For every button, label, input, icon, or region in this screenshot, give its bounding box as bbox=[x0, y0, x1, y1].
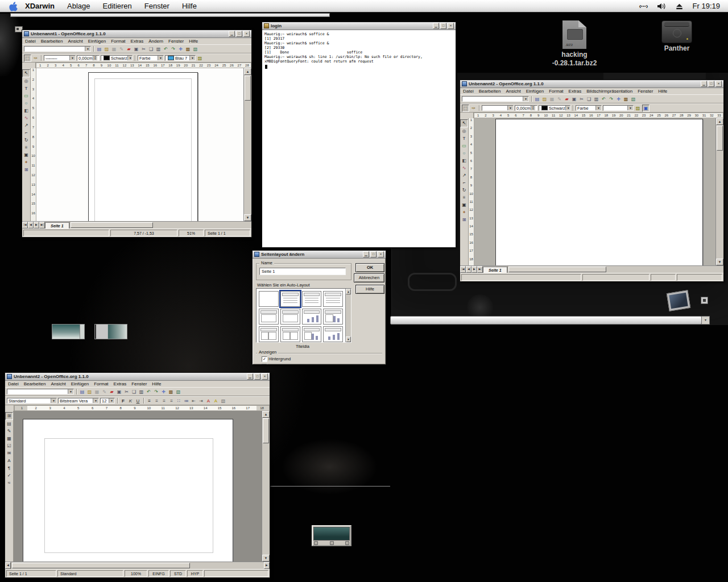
paste-icon[interactable]: ▥ bbox=[138, 389, 144, 395]
impress-titlebar[interactable]: Unbenannt2 - OpenOffice.org 1.1.0 ▁ □ × bbox=[460, 80, 723, 88]
new-document-icon[interactable]: ▤ bbox=[96, 46, 102, 52]
menu-item[interactable]: Bearbeiten bbox=[479, 89, 501, 94]
arrange-tool-icon[interactable]: ▣ bbox=[461, 202, 468, 209]
cancel-button[interactable]: Abbrechen bbox=[354, 273, 384, 282]
menu-item[interactable]: Einfügen bbox=[71, 381, 89, 386]
insert-fields-icon[interactable]: ▤ bbox=[6, 421, 13, 427]
background-objects-checkbox[interactable]: ✓ bbox=[262, 364, 267, 364]
undo-icon[interactable]: ↶ bbox=[601, 96, 607, 102]
menu-item[interactable]: Format bbox=[94, 381, 108, 386]
prev-page-button[interactable]: ◀ bbox=[466, 266, 471, 273]
draw-page[interactable] bbox=[88, 72, 198, 221]
menubar-clock[interactable]: Fr 19:19 bbox=[693, 2, 720, 10]
menu-item[interactable]: Fenster bbox=[131, 381, 147, 386]
insert-tool-icon[interactable]: ⊞ bbox=[461, 217, 468, 223]
writer-titlebar[interactable]: Unbenannt2 - OpenOffice.org 1.1.0 ▁ □ × bbox=[5, 373, 270, 381]
font-name-combobox[interactable]: Bitstream Vera▼ bbox=[58, 398, 99, 404]
align-center-icon[interactable]: ≡ bbox=[154, 398, 160, 404]
writer-horizontal-ruler[interactable]: 123456789101112131415161718 bbox=[14, 405, 270, 411]
edit-file-disabled-icon[interactable]: ✎ bbox=[556, 96, 562, 102]
menu-item[interactable]: Fenster bbox=[168, 39, 184, 44]
hyperlink-dialog-icon[interactable]: ▧ bbox=[630, 96, 636, 102]
attributes-icon[interactable]: ✑ bbox=[470, 105, 477, 111]
writer-horizontal-scrollbar[interactable] bbox=[11, 562, 264, 569]
scrollbar-thumb[interactable] bbox=[717, 126, 723, 151]
layout-grid[interactable] bbox=[256, 288, 351, 343]
fill-style-combobox[interactable]: Farbe▼ bbox=[576, 105, 602, 111]
combo-arrow-icon[interactable]: ▼ bbox=[68, 389, 73, 394]
layout-thumbnail-3[interactable] bbox=[302, 291, 322, 307]
menu-item[interactable]: Hilfe bbox=[189, 39, 198, 44]
impress-vertical-ruler[interactable]: 123456789101112131415161718 bbox=[469, 118, 474, 265]
presentation-box-icon[interactable]: ▣ bbox=[642, 105, 650, 112]
line-color-combobox[interactable]: Schwarz▼ bbox=[539, 105, 570, 111]
menu-item[interactable]: Datei bbox=[8, 381, 19, 386]
writer-canvas[interactable] bbox=[14, 411, 262, 562]
scroll-down-icon[interactable]: ▼ bbox=[244, 214, 251, 221]
menu-item[interactable]: Ansicht bbox=[506, 89, 520, 94]
underline-icon[interactable]: U bbox=[135, 398, 141, 404]
lines-arrows-tool-icon[interactable]: ↗ bbox=[461, 172, 468, 179]
insert-object-icon[interactable]: ✉ bbox=[6, 450, 13, 457]
input-menu-icon[interactable]: ‹···› bbox=[639, 2, 648, 10]
impress-canvas[interactable] bbox=[474, 118, 715, 265]
gallery-icon[interactable]: ▩ bbox=[185, 46, 191, 52]
menu-item[interactable]: Extras bbox=[114, 381, 127, 386]
rotate-tool-icon[interactable]: ↻ bbox=[23, 137, 30, 144]
page-tab[interactable]: Seite 1 bbox=[45, 222, 69, 228]
edit-points-icon[interactable]: ⬚ bbox=[24, 55, 31, 62]
prev-page-button[interactable]: ◀ bbox=[28, 222, 34, 228]
layout-name-input[interactable]: Seite 1 bbox=[259, 268, 346, 275]
status-pagestyle[interactable]: Standard bbox=[57, 570, 123, 577]
cut-icon[interactable]: ✂ bbox=[578, 96, 585, 102]
picture-file-icon[interactable] bbox=[667, 290, 691, 311]
layout-thumbnail-5[interactable] bbox=[259, 309, 279, 325]
status-zoom[interactable]: 100% bbox=[125, 570, 147, 577]
scroll-up-icon[interactable]: ▲ bbox=[716, 118, 723, 125]
scroll-up-icon[interactable]: ▲ bbox=[346, 289, 351, 294]
auto-spellcheck-icon[interactable]: ≈ bbox=[6, 480, 13, 487]
paste-icon[interactable]: ▥ bbox=[593, 96, 599, 102]
arrange-tool-icon[interactable]: ▣ bbox=[23, 152, 30, 159]
lines-arrows-tool-icon[interactable]: ↗ bbox=[23, 122, 30, 129]
draw-vertical-scrollbar[interactable]: ▲ ▼ bbox=[243, 68, 251, 221]
menu-item[interactable]: Datei bbox=[463, 89, 474, 94]
layout-thumbnail-12[interactable] bbox=[323, 326, 343, 342]
connector-tool-icon[interactable]: ⌐ bbox=[461, 180, 468, 186]
menu-item[interactable]: Extras bbox=[569, 89, 582, 94]
combo-arrow-icon[interactable]: ▼ bbox=[85, 47, 90, 51]
menu-item[interactable]: Extras bbox=[131, 39, 144, 44]
scroll-down-icon[interactable]: ▼ bbox=[716, 259, 723, 265]
menubar-menu[interactable]: Editieren bbox=[97, 2, 138, 10]
background-checkbox[interactable]: ✓ bbox=[262, 356, 267, 362]
url-combobox[interactable]: ▼ bbox=[462, 96, 529, 102]
close-button[interactable]: × bbox=[243, 31, 250, 37]
fill-color-combobox[interactable]: ▼ bbox=[603, 105, 634, 111]
spellcheck-icon[interactable]: ✓ bbox=[6, 472, 13, 479]
alignment-tool-icon[interactable]: ≡ bbox=[461, 194, 468, 201]
zoom-tool-icon[interactable]: ◎ bbox=[461, 128, 468, 135]
draw-vertical-ruler[interactable]: 12345678910111213141516 bbox=[31, 68, 36, 221]
status-hyperlink-mode[interactable]: HYP bbox=[187, 570, 203, 577]
menu-item[interactable]: Datei bbox=[25, 39, 36, 44]
layout-thumbnail-9[interactable] bbox=[259, 326, 279, 342]
menu-item[interactable]: Bearbeiten bbox=[24, 381, 46, 386]
increase-indent-icon[interactable]: ⇥ bbox=[198, 398, 204, 404]
direct-cursor-icon[interactable]: A bbox=[6, 458, 13, 464]
zoom-tool-icon[interactable]: ◎ bbox=[23, 78, 30, 85]
minimize-button[interactable]: ▁ bbox=[433, 23, 439, 29]
gallery-icon[interactable]: ▩ bbox=[168, 389, 174, 395]
dialog-titlebar[interactable]: Seitenlayout ändern ▁ □ × bbox=[253, 251, 386, 259]
layout-grid-scrollbar[interactable]: ▲ ▼ bbox=[345, 289, 351, 342]
background-objects-checkbox-label[interactable]: Objekte auf dem Hintergrund bbox=[268, 364, 323, 364]
align-justify-icon[interactable]: ≡ bbox=[168, 398, 175, 404]
save-disabled-icon[interactable]: ▦ bbox=[94, 389, 100, 395]
minimize-button[interactable]: ▁ bbox=[363, 251, 369, 257]
menu-item[interactable]: Ansicht bbox=[51, 381, 65, 386]
menubar-app-name[interactable]: XDarwin bbox=[24, 2, 61, 10]
minimize-button[interactable]: ▁ bbox=[701, 81, 707, 87]
paste-icon[interactable]: ▥ bbox=[155, 46, 162, 52]
impress-vertical-scrollbar[interactable]: ▲ ▼ bbox=[715, 118, 723, 265]
align-right-icon[interactable]: ≡ bbox=[161, 398, 167, 404]
rectangle-tool-icon[interactable]: ▭ bbox=[23, 93, 30, 99]
